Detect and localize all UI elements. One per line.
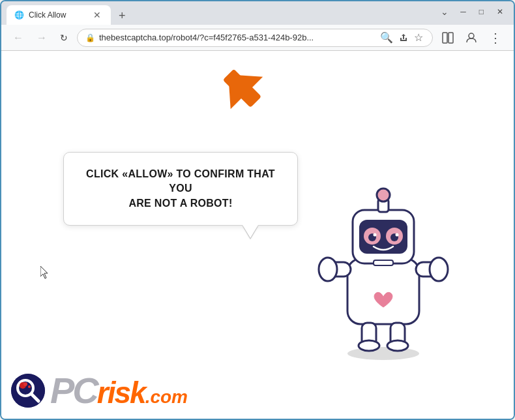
window-minimize-arrow[interactable]: ⌄ bbox=[437, 5, 452, 18]
tab-favicon: 🌐 bbox=[14, 10, 23, 20]
svg-point-9 bbox=[319, 258, 337, 281]
page-content: CLICK «ALLOW» TO CONFIRM THAT YOU ARE NO… bbox=[1, 51, 514, 419]
browser-window: 🌐 Click Allow ✕ + ⌄ ─ □ ✕ ← → ↻ 🔒 thebes… bbox=[0, 0, 515, 420]
share-button[interactable] bbox=[397, 31, 410, 44]
arrow-indicator bbox=[216, 63, 275, 130]
svg-point-6 bbox=[347, 347, 419, 360]
svg-rect-0 bbox=[443, 33, 447, 43]
svg-point-27 bbox=[11, 374, 45, 408]
svg-point-2 bbox=[469, 33, 474, 38]
svg-point-14 bbox=[359, 340, 379, 351]
url-actions: 🔍 ☆ bbox=[379, 30, 424, 45]
profile-button[interactable] bbox=[462, 29, 481, 46]
logo-text: PC risk .com bbox=[50, 372, 188, 409]
tab-title: Click Allow bbox=[29, 10, 66, 20]
url-box[interactable]: 🔒 thebestcaptcha.top/robot4/?c=f45f2765-… bbox=[77, 29, 433, 47]
svg-rect-26 bbox=[374, 260, 393, 265]
svg-point-22 bbox=[374, 233, 377, 237]
tab-close-button[interactable]: ✕ bbox=[91, 9, 103, 21]
robot-character bbox=[308, 161, 458, 363]
minimize-button[interactable]: ─ bbox=[455, 6, 471, 18]
speech-bubble: CLICK «ALLOW» TO CONFIRM THAT YOU ARE NO… bbox=[63, 152, 298, 226]
title-bar: 🌐 Click Allow ✕ + ⌄ ─ □ ✕ bbox=[1, 1, 514, 25]
logo-pc: PC bbox=[50, 372, 97, 409]
split-view-button[interactable] bbox=[438, 29, 458, 46]
svg-point-23 bbox=[396, 233, 399, 237]
split-view-icon bbox=[442, 32, 454, 44]
new-tab-button[interactable]: + bbox=[113, 7, 131, 25]
profile-icon bbox=[465, 32, 477, 44]
maximize-button[interactable]: □ bbox=[474, 6, 489, 18]
svg-rect-7 bbox=[347, 259, 419, 324]
bubble-text: CLICK «ALLOW» TO CONFIRM THAT YOU ARE NO… bbox=[82, 167, 279, 211]
close-button[interactable]: ✕ bbox=[492, 6, 508, 18]
share-icon bbox=[398, 33, 409, 43]
svg-point-32 bbox=[28, 385, 31, 388]
menu-button[interactable]: ⋮ bbox=[485, 27, 506, 48]
forward-button[interactable]: → bbox=[33, 29, 51, 46]
tab-bar: 🌐 Click Allow ✕ + bbox=[7, 1, 434, 25]
back-button[interactable]: ← bbox=[9, 29, 27, 46]
active-tab[interactable]: 🌐 Click Allow ✕ bbox=[7, 5, 111, 25]
svg-rect-1 bbox=[449, 33, 453, 43]
address-bar: ← → ↻ 🔒 thebestcaptcha.top/robot4/?c=f45… bbox=[1, 25, 514, 51]
svg-point-11 bbox=[430, 258, 448, 281]
svg-point-25 bbox=[377, 188, 390, 202]
logo-icon bbox=[11, 374, 45, 408]
search-page-button[interactable]: 🔍 bbox=[379, 30, 394, 45]
svg-point-15 bbox=[387, 340, 408, 351]
window-controls: ⌄ ─ □ ✕ bbox=[437, 5, 508, 18]
toolbar-right: ⋮ bbox=[438, 27, 506, 48]
logo-risk: risk bbox=[97, 378, 145, 408]
svg-point-31 bbox=[23, 382, 27, 386]
footer-logo: PC risk .com bbox=[11, 372, 188, 409]
lock-icon: 🔒 bbox=[85, 33, 95, 42]
bookmark-button[interactable]: ☆ bbox=[413, 30, 424, 45]
url-text: thebestcaptcha.top/robot4/?c=f45f2765-a5… bbox=[99, 33, 375, 42]
reload-button[interactable]: ↻ bbox=[56, 30, 72, 46]
logo-com: .com bbox=[145, 388, 188, 406]
mouse-cursor bbox=[40, 266, 51, 282]
